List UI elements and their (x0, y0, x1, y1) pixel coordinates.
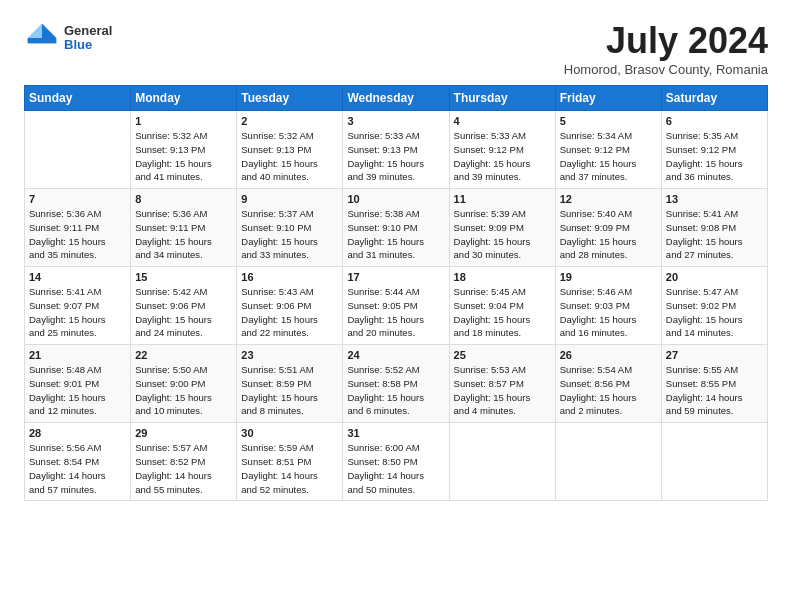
title-area: July 2024 Homorod, Brasov County, Romani… (564, 20, 768, 77)
day-number: 1 (135, 115, 232, 127)
day-info: Sunrise: 5:41 AM Sunset: 9:07 PM Dayligh… (29, 285, 126, 340)
day-number: 14 (29, 271, 126, 283)
location: Homorod, Brasov County, Romania (564, 62, 768, 77)
calendar-cell: 21Sunrise: 5:48 AM Sunset: 9:01 PM Dayli… (25, 345, 131, 423)
page-header: General Blue July 2024 Homorod, Brasov C… (24, 20, 768, 77)
day-info: Sunrise: 5:59 AM Sunset: 8:51 PM Dayligh… (241, 441, 338, 496)
weekday-header: Wednesday (343, 86, 449, 111)
calendar-cell (25, 111, 131, 189)
day-number: 16 (241, 271, 338, 283)
calendar-week-row: 21Sunrise: 5:48 AM Sunset: 9:01 PM Dayli… (25, 345, 768, 423)
logo-text: General Blue (64, 24, 112, 53)
day-info: Sunrise: 5:38 AM Sunset: 9:10 PM Dayligh… (347, 207, 444, 262)
calendar-week-row: 7Sunrise: 5:36 AM Sunset: 9:11 PM Daylig… (25, 189, 768, 267)
calendar-cell: 3Sunrise: 5:33 AM Sunset: 9:13 PM Daylig… (343, 111, 449, 189)
day-info: Sunrise: 5:54 AM Sunset: 8:56 PM Dayligh… (560, 363, 657, 418)
calendar-cell (555, 423, 661, 501)
day-info: Sunrise: 5:45 AM Sunset: 9:04 PM Dayligh… (454, 285, 551, 340)
day-number: 2 (241, 115, 338, 127)
calendar-cell: 10Sunrise: 5:38 AM Sunset: 9:10 PM Dayli… (343, 189, 449, 267)
logo: General Blue (24, 20, 112, 56)
calendar-cell: 26Sunrise: 5:54 AM Sunset: 8:56 PM Dayli… (555, 345, 661, 423)
day-info: Sunrise: 5:37 AM Sunset: 9:10 PM Dayligh… (241, 207, 338, 262)
calendar-cell: 28Sunrise: 5:56 AM Sunset: 8:54 PM Dayli… (25, 423, 131, 501)
day-info: Sunrise: 5:33 AM Sunset: 9:13 PM Dayligh… (347, 129, 444, 184)
day-info: Sunrise: 5:42 AM Sunset: 9:06 PM Dayligh… (135, 285, 232, 340)
calendar-cell: 25Sunrise: 5:53 AM Sunset: 8:57 PM Dayli… (449, 345, 555, 423)
calendar-cell: 8Sunrise: 5:36 AM Sunset: 9:11 PM Daylig… (131, 189, 237, 267)
day-info: Sunrise: 5:32 AM Sunset: 9:13 PM Dayligh… (241, 129, 338, 184)
day-info: Sunrise: 5:57 AM Sunset: 8:52 PM Dayligh… (135, 441, 232, 496)
day-number: 6 (666, 115, 763, 127)
calendar-cell: 1Sunrise: 5:32 AM Sunset: 9:13 PM Daylig… (131, 111, 237, 189)
day-number: 4 (454, 115, 551, 127)
calendar-week-row: 1Sunrise: 5:32 AM Sunset: 9:13 PM Daylig… (25, 111, 768, 189)
day-number: 8 (135, 193, 232, 205)
calendar-cell: 19Sunrise: 5:46 AM Sunset: 9:03 PM Dayli… (555, 267, 661, 345)
day-number: 7 (29, 193, 126, 205)
day-info: Sunrise: 5:51 AM Sunset: 8:59 PM Dayligh… (241, 363, 338, 418)
svg-marker-1 (28, 24, 42, 38)
day-number: 11 (454, 193, 551, 205)
calendar-cell: 20Sunrise: 5:47 AM Sunset: 9:02 PM Dayli… (661, 267, 767, 345)
day-info: Sunrise: 5:46 AM Sunset: 9:03 PM Dayligh… (560, 285, 657, 340)
day-info: Sunrise: 5:34 AM Sunset: 9:12 PM Dayligh… (560, 129, 657, 184)
day-number: 22 (135, 349, 232, 361)
day-number: 31 (347, 427, 444, 439)
day-number: 30 (241, 427, 338, 439)
day-info: Sunrise: 5:52 AM Sunset: 8:58 PM Dayligh… (347, 363, 444, 418)
svg-marker-0 (42, 24, 56, 38)
calendar-cell (661, 423, 767, 501)
month-title: July 2024 (564, 20, 768, 62)
calendar-cell (449, 423, 555, 501)
calendar-cell: 7Sunrise: 5:36 AM Sunset: 9:11 PM Daylig… (25, 189, 131, 267)
day-info: Sunrise: 5:53 AM Sunset: 8:57 PM Dayligh… (454, 363, 551, 418)
day-number: 25 (454, 349, 551, 361)
calendar-cell: 5Sunrise: 5:34 AM Sunset: 9:12 PM Daylig… (555, 111, 661, 189)
calendar-cell: 12Sunrise: 5:40 AM Sunset: 9:09 PM Dayli… (555, 189, 661, 267)
weekday-header: Monday (131, 86, 237, 111)
day-info: Sunrise: 5:39 AM Sunset: 9:09 PM Dayligh… (454, 207, 551, 262)
calendar-cell: 17Sunrise: 5:44 AM Sunset: 9:05 PM Dayli… (343, 267, 449, 345)
day-info: Sunrise: 5:56 AM Sunset: 8:54 PM Dayligh… (29, 441, 126, 496)
weekday-header: Sunday (25, 86, 131, 111)
day-number: 10 (347, 193, 444, 205)
calendar-cell: 16Sunrise: 5:43 AM Sunset: 9:06 PM Dayli… (237, 267, 343, 345)
logo-icon (24, 20, 60, 56)
calendar-cell: 22Sunrise: 5:50 AM Sunset: 9:00 PM Dayli… (131, 345, 237, 423)
calendar-cell: 4Sunrise: 5:33 AM Sunset: 9:12 PM Daylig… (449, 111, 555, 189)
calendar-cell: 30Sunrise: 5:59 AM Sunset: 8:51 PM Dayli… (237, 423, 343, 501)
day-info: Sunrise: 5:41 AM Sunset: 9:08 PM Dayligh… (666, 207, 763, 262)
calendar-cell: 11Sunrise: 5:39 AM Sunset: 9:09 PM Dayli… (449, 189, 555, 267)
day-info: Sunrise: 6:00 AM Sunset: 8:50 PM Dayligh… (347, 441, 444, 496)
day-number: 20 (666, 271, 763, 283)
day-info: Sunrise: 5:35 AM Sunset: 9:12 PM Dayligh… (666, 129, 763, 184)
day-number: 19 (560, 271, 657, 283)
day-number: 13 (666, 193, 763, 205)
svg-rect-2 (28, 38, 57, 43)
day-number: 21 (29, 349, 126, 361)
day-number: 12 (560, 193, 657, 205)
day-info: Sunrise: 5:32 AM Sunset: 9:13 PM Dayligh… (135, 129, 232, 184)
calendar-cell: 9Sunrise: 5:37 AM Sunset: 9:10 PM Daylig… (237, 189, 343, 267)
day-info: Sunrise: 5:40 AM Sunset: 9:09 PM Dayligh… (560, 207, 657, 262)
day-info: Sunrise: 5:55 AM Sunset: 8:55 PM Dayligh… (666, 363, 763, 418)
day-number: 9 (241, 193, 338, 205)
day-number: 29 (135, 427, 232, 439)
calendar-cell: 15Sunrise: 5:42 AM Sunset: 9:06 PM Dayli… (131, 267, 237, 345)
calendar-week-row: 28Sunrise: 5:56 AM Sunset: 8:54 PM Dayli… (25, 423, 768, 501)
day-info: Sunrise: 5:44 AM Sunset: 9:05 PM Dayligh… (347, 285, 444, 340)
day-number: 15 (135, 271, 232, 283)
weekday-header-row: SundayMondayTuesdayWednesdayThursdayFrid… (25, 86, 768, 111)
weekday-header: Friday (555, 86, 661, 111)
day-number: 17 (347, 271, 444, 283)
calendar-table: SundayMondayTuesdayWednesdayThursdayFrid… (24, 85, 768, 501)
calendar-cell: 2Sunrise: 5:32 AM Sunset: 9:13 PM Daylig… (237, 111, 343, 189)
calendar-cell: 29Sunrise: 5:57 AM Sunset: 8:52 PM Dayli… (131, 423, 237, 501)
calendar-cell: 18Sunrise: 5:45 AM Sunset: 9:04 PM Dayli… (449, 267, 555, 345)
weekday-header: Thursday (449, 86, 555, 111)
day-number: 18 (454, 271, 551, 283)
calendar-cell: 24Sunrise: 5:52 AM Sunset: 8:58 PM Dayli… (343, 345, 449, 423)
logo-blue: Blue (64, 38, 112, 52)
day-number: 27 (666, 349, 763, 361)
